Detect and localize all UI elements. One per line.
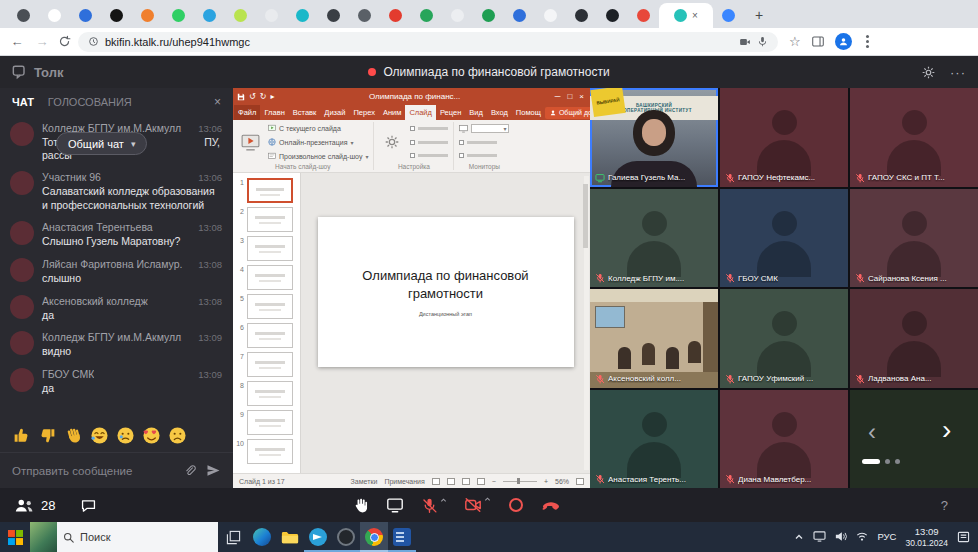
canvas-scrollbar[interactable] bbox=[584, 176, 589, 470]
reaction-cry[interactable] bbox=[116, 426, 135, 445]
ppt-tab-view[interactable]: Вид bbox=[465, 105, 487, 120]
ppt-tab-transitions[interactable]: Перех bbox=[349, 105, 379, 120]
taskbar-app-telegram[interactable] bbox=[304, 522, 332, 552]
chat-toggle-button[interactable] bbox=[80, 488, 97, 522]
participant-tile[interactable]: ГБОУ СМК bbox=[720, 189, 848, 288]
participant-tile[interactable]: Аксеновский колл... bbox=[590, 289, 718, 388]
taskbar-app-word[interactable] bbox=[388, 522, 416, 552]
task-view-button[interactable] bbox=[218, 522, 248, 552]
volume-tray-icon[interactable] bbox=[835, 531, 847, 542]
slide-thumbnail[interactable]: 1 bbox=[236, 178, 298, 203]
zoom-out-button[interactable]: − bbox=[492, 478, 496, 485]
taskbar-app-chrome[interactable] bbox=[360, 522, 388, 552]
browser-tab[interactable] bbox=[225, 3, 256, 28]
taskbar-app-dark[interactable] bbox=[332, 522, 360, 552]
mic-options-caret-icon[interactable] bbox=[440, 497, 447, 504]
more-options-icon[interactable]: ··· bbox=[950, 65, 966, 80]
reaction-thumbs-up[interactable] bbox=[12, 426, 31, 445]
start-button[interactable] bbox=[0, 522, 30, 552]
slide-thumbnail[interactable]: 9 bbox=[236, 410, 298, 435]
slideshow-view-icon[interactable] bbox=[477, 478, 485, 485]
camera-button[interactable] bbox=[464, 496, 491, 514]
monitor-option-checkbox[interactable] bbox=[459, 138, 509, 147]
participant-tile[interactable]: БАШКИРСКИЙ КООПЕРАТИВНЫЙ ИНСТИТУТ ВЫБИРА… bbox=[590, 88, 718, 187]
slide-thumbnail[interactable]: 6 bbox=[236, 323, 298, 348]
browser-tab[interactable] bbox=[256, 3, 287, 28]
monitor-dropdown[interactable]: ▾ bbox=[471, 124, 509, 133]
browser-tab[interactable] bbox=[504, 3, 535, 28]
undo-icon[interactable]: ↺ bbox=[249, 92, 256, 101]
leave-call-button[interactable] bbox=[541, 495, 561, 515]
ppt-tab-review[interactable]: Рецен bbox=[436, 105, 465, 120]
side-panel-icon[interactable] bbox=[811, 35, 825, 48]
reload-button[interactable] bbox=[58, 35, 71, 48]
ppt-tab-help[interactable]: Помощ bbox=[512, 105, 545, 120]
browser-tab[interactable] bbox=[101, 3, 132, 28]
bookmark-star-icon[interactable]: ☆ bbox=[789, 34, 801, 49]
slide-thumbnail[interactable]: 10 bbox=[236, 439, 298, 464]
slide-sorter-icon[interactable] bbox=[447, 478, 455, 485]
from-beginning-button[interactable] bbox=[237, 122, 263, 162]
slideshow-qat-icon[interactable]: ▸ bbox=[270, 92, 274, 101]
browser-tab[interactable] bbox=[194, 3, 225, 28]
ppt-tab-animations[interactable]: Аним bbox=[379, 105, 406, 120]
browser-tab[interactable] bbox=[318, 3, 349, 28]
taskbar-app-explorer[interactable] bbox=[276, 522, 304, 552]
browser-tab[interactable] bbox=[535, 3, 566, 28]
raise-hand-button[interactable] bbox=[352, 497, 369, 514]
chat-message-input[interactable] bbox=[12, 465, 174, 477]
participant-tile[interactable]: ГАПОУ Уфимский ... bbox=[720, 289, 848, 388]
from-current-slide-button[interactable]: С текущего слайда bbox=[268, 124, 368, 132]
hidden-icons-chevron[interactable] bbox=[794, 533, 804, 541]
slide-thumbnail[interactable]: 3 bbox=[236, 236, 298, 261]
ppt-tab-signin[interactable]: Вход bbox=[487, 105, 512, 120]
browser-tab[interactable] bbox=[473, 3, 504, 28]
forward-button[interactable]: → bbox=[33, 34, 51, 49]
setup-option-checkbox[interactable] bbox=[410, 138, 448, 147]
save-icon[interactable] bbox=[237, 93, 245, 101]
online-presentation-button[interactable]: Онлайн-презентация ▾ bbox=[268, 138, 368, 146]
close-sidebar-icon[interactable]: × bbox=[214, 95, 221, 109]
participants-button[interactable]: 28 bbox=[14, 488, 55, 522]
custom-slideshow-button[interactable]: Произвольное слайд-шоу ▾ bbox=[268, 152, 368, 160]
new-tab-button[interactable]: + bbox=[748, 4, 770, 26]
browser-tab[interactable] bbox=[597, 3, 628, 28]
browser-tab[interactable] bbox=[8, 3, 39, 28]
notification-center-icon[interactable] bbox=[957, 531, 970, 543]
monitor-option-checkbox[interactable] bbox=[459, 151, 509, 160]
participant-tile[interactable]: Ладванова Ана... bbox=[850, 289, 978, 388]
microphone-button[interactable] bbox=[421, 497, 447, 514]
ppt-tab-home[interactable]: Главн bbox=[260, 105, 288, 120]
browser-tab[interactable] bbox=[713, 3, 744, 28]
ppt-tab-file[interactable]: Файл bbox=[234, 105, 260, 120]
browser-tab[interactable] bbox=[411, 3, 442, 28]
redo-icon[interactable]: ↻ bbox=[260, 92, 267, 101]
reaction-laugh[interactable] bbox=[90, 426, 109, 445]
network-tray-icon[interactable] bbox=[856, 531, 868, 542]
help-button[interactable]: ? bbox=[941, 488, 948, 522]
ppt-tab-slideshow[interactable]: Слайд bbox=[405, 105, 436, 120]
slide-thumbnail[interactable]: 5 bbox=[236, 294, 298, 319]
ppt-close-button[interactable]: × bbox=[579, 92, 584, 101]
browser-tab[interactable] bbox=[442, 3, 473, 28]
browser-tab[interactable] bbox=[39, 3, 70, 28]
participant-tile[interactable]: ГАПОУ Нефтекамс... bbox=[720, 88, 848, 187]
taskbar-clock[interactable]: 13:09 30.01.2024 bbox=[905, 526, 948, 548]
browser-menu-icon[interactable] bbox=[866, 40, 869, 43]
record-button[interactable] bbox=[508, 497, 524, 513]
zoom-in-button[interactable]: + bbox=[544, 478, 548, 485]
participant-tile[interactable]: Диана Мавлетбер... bbox=[720, 390, 848, 489]
profile-avatar[interactable] bbox=[835, 33, 852, 50]
ppt-tab-insert[interactable]: Вставк bbox=[289, 105, 321, 120]
setup-option-checkbox[interactable] bbox=[410, 124, 448, 133]
participant-tile[interactable]: Анастасия Теренть... bbox=[590, 390, 718, 489]
screen-share-button[interactable] bbox=[386, 496, 404, 514]
slide-thumbnail[interactable]: 2 bbox=[236, 207, 298, 232]
zoom-slider[interactable] bbox=[503, 481, 537, 482]
grid-prev-page-icon[interactable]: ‹ bbox=[868, 420, 876, 444]
participant-tile[interactable]: Сайранова Ксения ... bbox=[850, 189, 978, 288]
back-button[interactable]: ← bbox=[8, 34, 26, 49]
mic-indicator-icon[interactable] bbox=[757, 36, 768, 47]
slide-thumbnail[interactable]: 8 bbox=[236, 381, 298, 406]
participant-tile[interactable]: ГАПОУ СКС и ПТ Т... bbox=[850, 88, 978, 187]
